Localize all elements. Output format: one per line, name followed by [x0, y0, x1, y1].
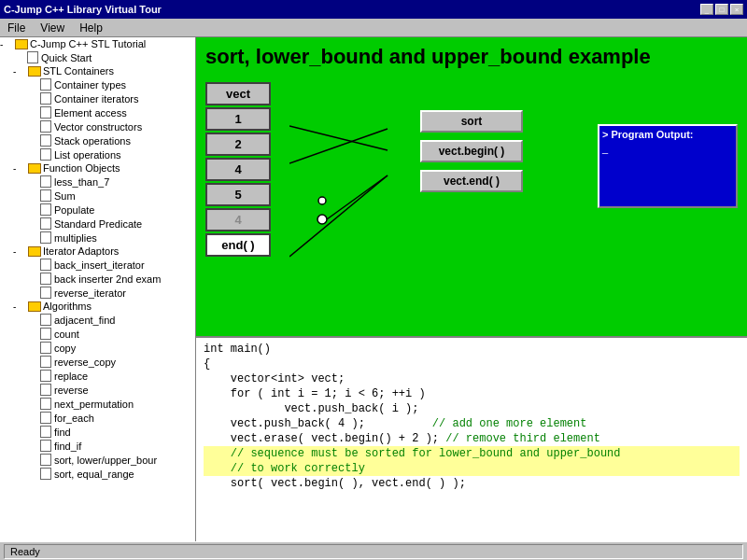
main-container: -C-Jump C++ STL TutorialQuick Start-STL …: [0, 37, 747, 541]
sidebar-item-container-types[interactable]: Container types: [0, 77, 195, 91]
sidebar-item-vector-constructors[interactable]: Vector constructors: [0, 119, 195, 133]
sidebar-item-label: adjacent_find: [54, 315, 115, 326]
tree-toggle-stl-containers[interactable]: -: [13, 66, 24, 77]
program-output: > Program Output: _: [598, 124, 738, 208]
doc-icon: [40, 259, 51, 271]
sidebar-item-adjacent-find[interactable]: adjacent_find: [0, 313, 195, 327]
code-line: vect.push_back( 4 ); // add one more ele…: [204, 416, 740, 431]
sidebar-item-label: less_than_7: [54, 176, 109, 188]
window-controls[interactable]: _ □ ×: [700, 4, 743, 15]
arrows-svg: [289, 115, 402, 301]
sidebar-item-reverse[interactable]: reverse: [0, 383, 195, 397]
sidebar-item-for-each[interactable]: for_each: [0, 411, 195, 425]
sidebar-item-label: find: [54, 427, 71, 438]
content-area: sort, lower_bound and upper_bound exampl…: [196, 37, 747, 541]
menu-bar: File View Help: [0, 19, 747, 37]
folder-icon: [28, 66, 41, 77]
vect-end-btn[interactable]: vect.end( ): [420, 170, 523, 192]
sidebar-item-label: reverse: [54, 385, 89, 396]
sidebar-item-list-operations[interactable]: List operations: [0, 147, 195, 161]
code-line: int main(): [204, 342, 740, 357]
sidebar-item-container-iterators[interactable]: Container iterators: [0, 91, 195, 105]
doc-icon: [40, 356, 51, 368]
menu-help[interactable]: Help: [76, 21, 106, 35]
tree-toggle-algorithms[interactable]: -: [13, 301, 24, 312]
sidebar-item-sort-equal-range[interactable]: sort, equal_range: [0, 467, 195, 481]
sidebar-item-sum[interactable]: Sum: [0, 189, 195, 203]
maximize-button[interactable]: □: [715, 4, 728, 15]
sidebar-item-algorithms[interactable]: -Algorithms: [0, 300, 195, 313]
sidebar-item-label: sort, equal_range: [54, 469, 134, 480]
doc-icon: [40, 148, 51, 161]
status-bar: Ready: [0, 541, 747, 560]
status-text: Ready: [4, 544, 743, 559]
code-line: sort( vect.begin( ), vect.end( ) );: [204, 476, 740, 491]
doc-icon: [27, 51, 38, 63]
tree-toggle-function-objects[interactable]: -: [13, 163, 24, 174]
tree-toggle-iterator-adaptors[interactable]: -: [13, 246, 24, 257]
program-output-content: _: [602, 143, 733, 154]
code-line: // to work correctly: [204, 461, 740, 476]
doc-icon: [40, 426, 51, 438]
svg-point-4: [318, 197, 326, 204]
vect-cell-0: 1: [205, 107, 271, 131]
sidebar-item-label: count: [54, 329, 79, 340]
doc-icon: [40, 454, 51, 466]
sidebar-item-stl-containers[interactable]: -STL Containers: [0, 64, 195, 77]
sidebar-item-multiplies[interactable]: multiplies: [0, 231, 195, 245]
minimize-button[interactable]: _: [700, 4, 713, 15]
code-area[interactable]: int main(){ vector<int> vect; for ( int …: [196, 336, 747, 541]
doc-icon: [40, 370, 51, 382]
sidebar-item-sort-lower-upper[interactable]: sort, lower/upper_bour: [0, 453, 195, 467]
sidebar-item-reverse-iterator[interactable]: reverse_iterator: [0, 286, 195, 300]
menu-view[interactable]: View: [36, 21, 68, 35]
sidebar-item-find[interactable]: find: [0, 425, 195, 439]
sidebar-item-standard-predicate[interactable]: Standard Predicate: [0, 217, 195, 231]
code-line: {: [204, 357, 740, 371]
doc-icon: [40, 203, 51, 216]
sidebar-item-next-permutation[interactable]: next_permutation: [0, 397, 195, 411]
vect-begin-btn[interactable]: vect.begin( ): [420, 140, 523, 162]
doc-icon: [40, 106, 51, 119]
sidebar-item-populate[interactable]: Populate: [0, 203, 195, 217]
sidebar-item-label: back_insert_iterator: [54, 259, 145, 271]
sidebar-item-iterator-adaptors[interactable]: -Iterator Adaptors: [0, 245, 195, 258]
code-line: vector<int> vect;: [204, 371, 740, 386]
sidebar-item-label: copy: [54, 343, 76, 354]
vect-label: vect: [205, 82, 271, 105]
doc-icon: [40, 175, 51, 188]
sidebar-item-label: Function Objects: [43, 162, 120, 174]
arrows-area: [289, 115, 402, 304]
sidebar-item-stack-operations[interactable]: Stack operations: [0, 133, 195, 147]
sidebar-item-back-inserter-2nd[interactable]: back inserter 2nd exam: [0, 272, 195, 286]
doc-icon: [40, 217, 51, 230]
sidebar-item-label: Iterator Adaptors: [43, 245, 119, 257]
doc-icon: [40, 231, 51, 244]
sidebar-item-reverse-copy[interactable]: reverse_copy: [0, 355, 195, 369]
sidebar-item-replace[interactable]: replace: [0, 369, 195, 383]
sidebar-item-label: Algorithms: [43, 301, 92, 312]
sidebar-item-back-insert-iterator[interactable]: back_insert_iterator: [0, 258, 195, 272]
menu-file[interactable]: File: [4, 21, 29, 35]
sidebar-item-find-if[interactable]: find_if: [0, 439, 195, 453]
code-line: vect.push_back( i );: [204, 401, 740, 416]
sort-btn[interactable]: sort: [420, 110, 523, 133]
doc-icon: [40, 287, 51, 299]
code-line: // sequence must be sorted for lower_bou…: [204, 446, 740, 461]
sidebar-item-copy[interactable]: copy: [0, 341, 195, 355]
sidebar-item-function-objects[interactable]: -Function Objects: [0, 161, 195, 175]
code-line: vect.erase( vect.begin() + 2 ); // remov…: [204, 431, 740, 446]
sidebar-item-count[interactable]: count: [0, 327, 195, 341]
tree-toggle-cjump-root[interactable]: -: [0, 39, 11, 49]
vect-cell-3: 5: [205, 183, 271, 206]
sidebar-item-label: reverse_iterator: [54, 287, 126, 299]
diagram-inner: vect 1 2 4 5 4 end( ): [196, 73, 747, 309]
sidebar-item-label: Stack operations: [54, 135, 131, 147]
sidebar-item-cjump-root[interactable]: -C-Jump C++ STL Tutorial: [0, 37, 195, 50]
doc-icon: [40, 314, 51, 326]
sidebar-item-element-access[interactable]: Element access: [0, 105, 195, 119]
sidebar-item-less-than-7[interactable]: less_than_7: [0, 175, 195, 189]
sidebar-item-quick-start[interactable]: Quick Start: [0, 50, 195, 64]
close-button[interactable]: ×: [730, 4, 743, 15]
sidebar-item-label: Quick Start: [41, 52, 92, 63]
